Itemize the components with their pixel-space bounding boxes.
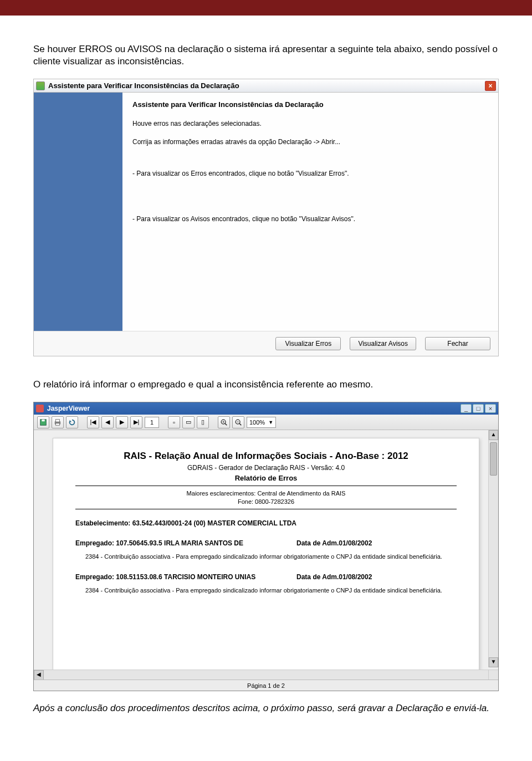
wizard-titlebar: Assistente para Verificar Inconsistência… [34, 79, 498, 93]
visualizar-erros-button[interactable]: Visualizar Erros [275, 337, 341, 350]
header-stripe [0, 0, 532, 16]
svg-rect-1 [42, 420, 44, 422]
fit-width-icon[interactable]: ▯ [197, 416, 209, 428]
zoom-value: 100% [249, 419, 265, 426]
report-section-title: Relatório de Erros [75, 474, 457, 482]
zoom-out-icon[interactable] [232, 416, 244, 428]
close-window-button[interactable]: × [485, 404, 496, 413]
scroll-up-icon[interactable]: ▲ [489, 430, 498, 440]
wizard-msg-3: - Para visualizar os Erros encontrados, … [132, 168, 488, 179]
jasper-canvas: RAIS - Relação Anual de Informações Soci… [34, 430, 498, 680]
wizard-msg-1: Houve erros nas declarações selecionadas… [132, 119, 488, 129]
fechar-button[interactable]: Fechar [425, 337, 490, 350]
jasper-title-text: JasperViewer [47, 405, 461, 412]
jasper-toolbar: |◀ ◀ ▶ ▶| ▫ ▭ ▯ 100% ▼ [34, 415, 498, 430]
employee-1-label: Empregado: 107.50645.93.5 IRLA MARIA SAN… [75, 539, 296, 547]
jasper-app-icon [36, 405, 44, 412]
report-title: RAIS - Relação Anual de Informações Soci… [75, 451, 457, 462]
employee-1-date: Data de Adm.01/08/2002 [296, 539, 457, 547]
scroll-left-icon[interactable]: ◀ [34, 670, 44, 680]
wizard-msg-4: - Para visualizar os Avisos encontrados,… [132, 214, 488, 224]
report-info: Maiores esclarecimentos: Central de Aten… [75, 489, 457, 505]
report-rule [75, 486, 457, 486]
svg-line-6 [225, 423, 227, 426]
employee-row-2: Empregado: 108.51153.08.6 TARCISIO MONTE… [75, 573, 457, 581]
jasper-status-bar: Página 1 de 2 [34, 680, 498, 691]
horizontal-scrollbar[interactable]: ◀ [34, 670, 488, 680]
report-subtitle: GDRAIS - Gerador de Declaração RAIS - Ve… [75, 464, 457, 472]
employee-row-1: Empregado: 107.50645.93.5 IRLA MARIA SAN… [75, 539, 457, 547]
scroll-down-icon[interactable]: ▼ [489, 657, 498, 667]
employee-1-desc: 2384 - Contribuição associativa - Para e… [85, 553, 457, 561]
zoom-in-icon[interactable] [218, 416, 230, 428]
report-rule-2 [75, 509, 457, 509]
wizard-footer: Visualizar Erros Visualizar Avisos Fecha… [34, 331, 498, 356]
wizard-close-button[interactable]: × [485, 81, 496, 91]
employee-2-date: Data de Adm.01/08/2002 [296, 573, 457, 581]
inconsistencias-wizard: Assistente para Verificar Inconsistência… [33, 79, 499, 356]
wizard-heading: Assistente para Verificar Inconsistência… [132, 99, 488, 111]
wizard-sidebar [34, 93, 122, 331]
wizard-app-icon [36, 81, 45, 90]
jasper-titlebar: JasperViewer _ □ × [34, 402, 498, 415]
first-page-icon[interactable]: |◀ [87, 416, 99, 428]
report-page: RAIS - Relação Anual de Informações Soci… [53, 438, 479, 671]
vertical-scrollbar[interactable]: ▲ ▼ [488, 430, 498, 667]
scroll-thumb[interactable] [490, 442, 497, 476]
actual-size-icon[interactable]: ▫ [168, 416, 180, 428]
svg-rect-4 [56, 423, 60, 426]
wizard-content: Assistente para Verificar Inconsistência… [122, 93, 498, 331]
chevron-down-icon: ▼ [268, 420, 273, 425]
svg-rect-3 [56, 420, 60, 422]
intro-paragraph: Se houver ERROS ou AVISOS na declaração … [33, 43, 499, 68]
report-info-2: Fone: 0800-7282326 [238, 498, 294, 505]
minimize-button[interactable]: _ [461, 404, 472, 413]
last-page-icon[interactable]: ▶| [130, 416, 142, 428]
employee-2-desc: 2384 - Contribuição associativa - Para e… [85, 586, 457, 595]
page-number-input[interactable] [145, 417, 159, 428]
scroll-corner [488, 670, 498, 680]
outro-paragraph: Após a conclusão dos procedimentos descr… [33, 702, 499, 714]
wizard-msg-2: Corrija as informações erradas através d… [132, 137, 488, 147]
wizard-title-text: Assistente para Verificar Inconsistência… [48, 81, 485, 90]
zoom-combo[interactable]: 100% ▼ [247, 417, 276, 428]
print-icon[interactable] [52, 416, 64, 428]
mid-paragraph: O relatório irá informar o empregado e q… [33, 379, 499, 391]
save-icon[interactable] [37, 416, 49, 428]
fit-page-icon[interactable]: ▭ [182, 416, 195, 428]
prev-page-icon[interactable]: ◀ [101, 416, 114, 428]
reload-icon[interactable] [66, 416, 78, 428]
report-info-1: Maiores esclarecimentos: Central de Aten… [187, 490, 346, 497]
next-page-icon[interactable]: ▶ [116, 416, 128, 428]
report-establishment: Estabelecimento: 63.542.443/0001-24 (00)… [75, 519, 457, 527]
visualizar-avisos-button[interactable]: Visualizar Avisos [350, 337, 416, 350]
svg-line-10 [239, 423, 242, 426]
jasper-viewer-window: JasperViewer _ □ × |◀ ◀ ▶ ▶| ▫ [33, 402, 499, 691]
maximize-button[interactable]: □ [473, 404, 484, 413]
employee-2-label: Empregado: 108.51153.08.6 TARCISIO MONTE… [75, 573, 296, 581]
